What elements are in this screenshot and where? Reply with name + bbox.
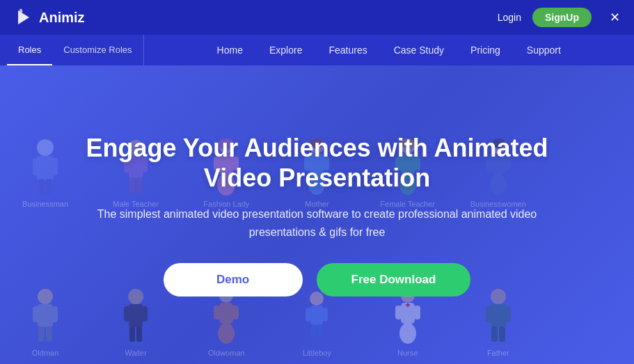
sub-nav: Roles Customize Roles Home Explore Featu… bbox=[0, 35, 634, 65]
free-download-button[interactable]: Free Download bbox=[317, 263, 471, 296]
hero-subtitle: The simplest animated video presentation… bbox=[74, 205, 561, 241]
svg-rect-53 bbox=[214, 306, 220, 319]
svg-rect-39 bbox=[38, 304, 53, 327]
logo: Animiz bbox=[14, 8, 498, 27]
svg-marker-0 bbox=[18, 10, 29, 24]
hero-content: Engage Your Audiences with Animated Vide… bbox=[32, 133, 603, 297]
role-tabs: Roles Customize Roles bbox=[0, 35, 144, 65]
svg-rect-43 bbox=[46, 326, 52, 342]
nav-case-study[interactable]: Case Study bbox=[384, 35, 454, 65]
tab-roles[interactable]: Roles bbox=[7, 35, 52, 65]
svg-rect-68 bbox=[406, 304, 410, 306]
svg-rect-72 bbox=[486, 306, 492, 322]
logo-text: Animiz bbox=[39, 10, 85, 26]
main-nav: Home Explore Features Case Study Pricing… bbox=[144, 35, 634, 65]
demo-button[interactable]: Demo bbox=[164, 263, 303, 296]
svg-rect-41 bbox=[51, 306, 58, 322]
top-bar: Animiz Login SignUp ✕ bbox=[0, 0, 634, 35]
nav-support[interactable]: Support bbox=[517, 35, 571, 65]
svg-rect-73 bbox=[505, 306, 511, 322]
svg-rect-75 bbox=[499, 326, 505, 342]
tab-customize-roles[interactable]: Customize Roles bbox=[52, 35, 143, 65]
svg-rect-52 bbox=[219, 303, 233, 324]
signup-button[interactable]: SignUp bbox=[532, 8, 592, 27]
svg-point-67 bbox=[399, 323, 416, 344]
top-bar-actions: Login SignUp ✕ bbox=[498, 8, 620, 27]
svg-rect-45 bbox=[129, 304, 143, 327]
svg-rect-42 bbox=[38, 326, 45, 342]
svg-rect-57 bbox=[310, 306, 323, 325]
nav-features[interactable]: Features bbox=[319, 35, 377, 65]
svg-rect-64 bbox=[401, 303, 415, 324]
svg-rect-54 bbox=[232, 306, 239, 319]
svg-rect-49 bbox=[136, 326, 142, 342]
svg-rect-71 bbox=[491, 304, 506, 327]
svg-rect-58 bbox=[306, 308, 311, 322]
svg-rect-74 bbox=[491, 326, 498, 342]
svg-rect-66 bbox=[414, 306, 420, 319]
svg-rect-46 bbox=[124, 306, 130, 322]
svg-rect-47 bbox=[141, 306, 148, 322]
cta-buttons: Demo Free Download bbox=[74, 263, 561, 296]
svg-point-55 bbox=[218, 323, 235, 344]
svg-rect-65 bbox=[395, 306, 402, 319]
logo-icon bbox=[14, 8, 33, 27]
svg-rect-61 bbox=[317, 324, 322, 337]
hero-section: Businessman Male Teacher Fashion Lady Mo… bbox=[0, 65, 634, 364]
nav-explore[interactable]: Explore bbox=[260, 35, 312, 65]
close-icon[interactable]: ✕ bbox=[610, 10, 620, 25]
svg-rect-60 bbox=[311, 324, 316, 337]
svg-rect-69 bbox=[407, 303, 409, 307]
login-button[interactable]: Login bbox=[498, 12, 521, 23]
hero-title: Engage Your Audiences with Animated Vide… bbox=[74, 133, 561, 193]
svg-rect-48 bbox=[129, 326, 135, 342]
nav-home[interactable]: Home bbox=[207, 35, 253, 65]
svg-rect-59 bbox=[322, 308, 328, 322]
nav-pricing[interactable]: Pricing bbox=[461, 35, 510, 65]
svg-rect-40 bbox=[33, 306, 39, 322]
